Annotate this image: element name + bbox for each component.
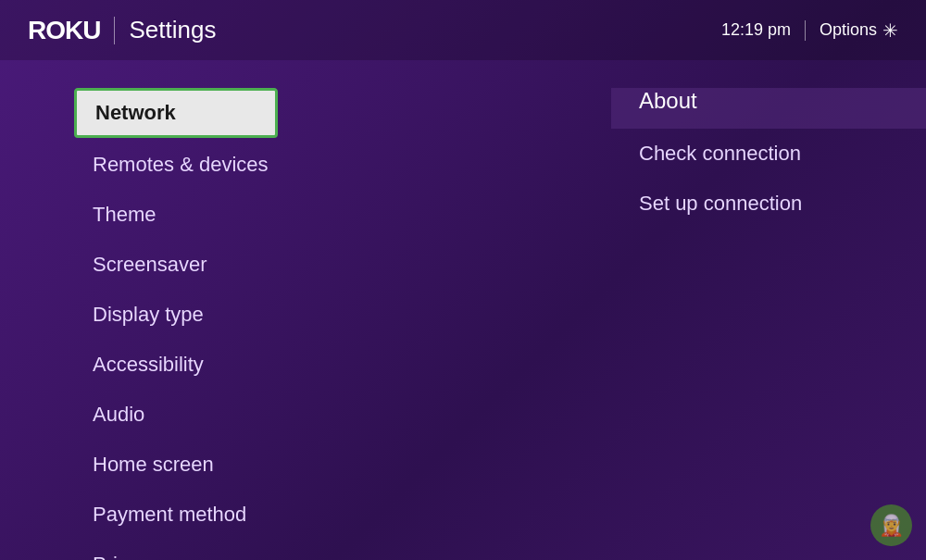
sidebar-item-network[interactable]: Network — [74, 88, 278, 138]
sidebar-item-label-screensaver: Screensaver — [93, 253, 207, 276]
sidebar-item-payment-method[interactable]: Payment method — [74, 490, 315, 540]
right-panel-item-set-up-connection[interactable]: Set up connection — [611, 179, 926, 229]
sidebar-item-label-payment-method: Payment method — [93, 503, 246, 526]
sidebar-item-screensaver[interactable]: Screensaver — [74, 240, 315, 290]
watermark-icon: 🧝 — [870, 504, 912, 546]
header-right: 12:19 pm Options ✳ — [721, 19, 898, 42]
right-panel: AboutCheck connectionSet up connection — [315, 88, 926, 532]
page-title: Settings — [129, 16, 216, 44]
right-panel-item-check-connection[interactable]: Check connection — [611, 129, 926, 179]
watermark: 🧝 — [870, 504, 917, 551]
left-menu: NetworkRemotes & devicesThemeScreensaver… — [0, 88, 315, 532]
options-label: Options — [820, 20, 877, 40]
right-panel-item-about[interactable]: About — [611, 88, 926, 129]
sidebar-item-label-home-screen: Home screen — [93, 453, 214, 476]
sidebar-item-home-screen[interactable]: Home screen — [74, 440, 315, 490]
sidebar-item-privacy[interactable]: Privacy — [74, 540, 315, 560]
options-icon: ✳ — [882, 19, 898, 42]
sidebar-item-label-audio: Audio — [93, 403, 144, 426]
sidebar-item-audio[interactable]: Audio — [74, 390, 315, 440]
sidebar-item-accessibility[interactable]: Accessibility — [74, 340, 315, 390]
options-button[interactable]: Options ✳ — [820, 19, 898, 42]
sidebar-item-label-network: Network — [95, 101, 176, 124]
sidebar-item-display-type[interactable]: Display type — [74, 290, 315, 340]
sidebar-item-label-remotes: Remotes & devices — [93, 153, 269, 176]
sidebar-item-label-accessibility: Accessibility — [93, 353, 204, 376]
sidebar-item-remotes[interactable]: Remotes & devices — [74, 140, 315, 190]
header-left: ROKU Settings — [28, 16, 216, 45]
sidebar-item-label-theme: Theme — [93, 203, 156, 226]
sidebar-item-label-privacy: Privacy — [93, 553, 159, 560]
header-divider — [114, 17, 115, 44]
sidebar-item-label-display-type: Display type — [93, 303, 204, 326]
main-content: NetworkRemotes & devicesThemeScreensaver… — [0, 60, 926, 560]
header-right-divider — [805, 20, 806, 41]
clock-display: 12:19 pm — [721, 20, 791, 40]
sidebar-item-theme[interactable]: Theme — [74, 190, 315, 240]
roku-logo: ROKU — [28, 16, 100, 45]
header: ROKU Settings 12:19 pm Options ✳ — [0, 0, 926, 60]
